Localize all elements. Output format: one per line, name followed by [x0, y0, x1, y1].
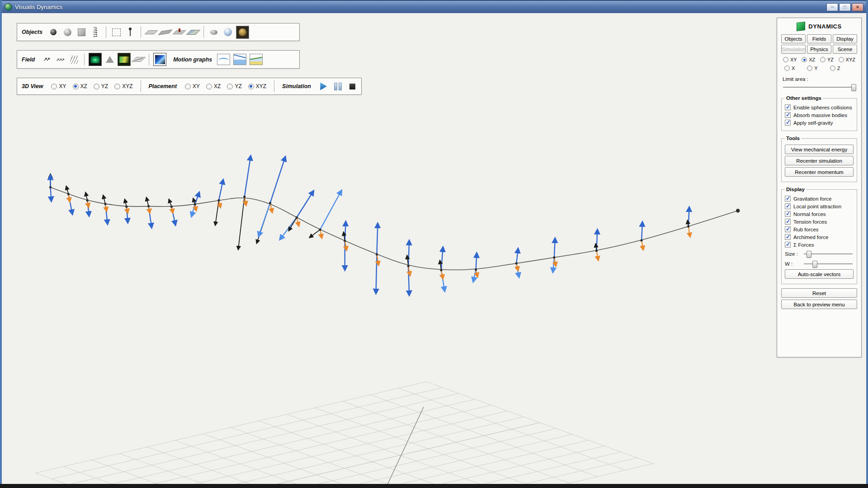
- w-slider[interactable]: [803, 260, 854, 267]
- graph-line-icon[interactable]: [217, 54, 230, 65]
- checkbox-local-point-attraction[interactable]: Local point attraction: [785, 203, 854, 209]
- 3d-view-label: 3D View: [22, 83, 43, 89]
- view-radio-xz[interactable]: XZ: [73, 83, 87, 89]
- auto-scale-vectors-button[interactable]: Auto-scale vectors: [785, 269, 854, 279]
- view-toolbar: 3D View XYXZYZXYZ Placement XYXZYZXYZ Si…: [17, 78, 362, 95]
- radio-label: Z: [837, 66, 840, 71]
- stop-button[interactable]: [348, 80, 357, 92]
- checkbox-tension-forces[interactable]: Tension forces: [785, 219, 854, 225]
- tab-physics[interactable]: Physics: [807, 45, 831, 54]
- tab-fields[interactable]: Fields: [807, 34, 831, 43]
- radio-icon: [802, 57, 807, 62]
- slider-thumb[interactable]: [851, 84, 856, 91]
- cone-icon[interactable]: [104, 53, 116, 66]
- checkbox-rub-forces[interactable]: Rub forces: [785, 226, 854, 232]
- placement-radio-yz[interactable]: YZ: [227, 83, 241, 89]
- window-controls: ─ □ ✕: [826, 3, 863, 11]
- checkbox-label: Archimed force: [793, 235, 828, 240]
- reset-button[interactable]: Reset: [781, 288, 857, 298]
- radio-icon: [830, 66, 835, 71]
- button-recenter-simulation[interactable]: Recenter simulation: [785, 156, 854, 165]
- plane-flat-icon[interactable]: [145, 26, 157, 38]
- button-recenter-momentum[interactable]: Recenter momentum: [785, 167, 854, 177]
- checkbox-label: Absorb massive bodies: [793, 113, 847, 118]
- checkbox--forces[interactable]: Σ Forces: [785, 242, 854, 248]
- radio-icon: [227, 84, 233, 89]
- surface-green-icon[interactable]: [89, 53, 102, 66]
- sphere-shiny-icon[interactable]: [222, 26, 234, 38]
- graph-multi-icon[interactable]: [250, 54, 263, 65]
- slider-thumb[interactable]: [812, 261, 817, 268]
- plane-radio-xyz[interactable]: XYZ: [839, 57, 855, 62]
- maximize-button[interactable]: □: [839, 3, 851, 11]
- radio-label: YZ: [827, 57, 834, 62]
- pause-button[interactable]: [334, 80, 343, 92]
- placement-radio-xy[interactable]: XY: [185, 83, 200, 89]
- size-slider[interactable]: [803, 250, 854, 258]
- sphere-dark-icon[interactable]: [47, 26, 60, 38]
- graph-area-icon[interactable]: [233, 54, 246, 65]
- checkbox-normal-forces[interactable]: Normal forces: [785, 211, 854, 217]
- spring-icon[interactable]: [90, 26, 102, 38]
- checkbox-gravitation-force[interactable]: Gravitation force: [785, 196, 854, 202]
- view-radio-yz[interactable]: YZ: [94, 83, 108, 89]
- slider-thumb[interactable]: [807, 251, 811, 258]
- tab-scene[interactable]: Scene: [833, 45, 857, 54]
- 3d-viewport[interactable]: [2, 0, 866, 486]
- sphere-gray-icon[interactable]: [61, 26, 74, 38]
- axis-radio-x[interactable]: X: [784, 66, 795, 71]
- checkbox-icon: [785, 196, 791, 202]
- play-button[interactable]: [319, 80, 328, 92]
- arrows-sparse-icon[interactable]: [40, 53, 52, 66]
- tab-display[interactable]: Display: [833, 34, 857, 43]
- checkbox-archimed-force[interactable]: Archimed force: [785, 234, 854, 240]
- titlebar[interactable]: Visualis Dynamics ─ □ ✕: [2, 0, 866, 13]
- arrows-dense-icon[interactable]: [54, 53, 66, 66]
- close-button[interactable]: ✕: [852, 3, 863, 11]
- view-radio-xyz[interactable]: XYZ: [114, 83, 132, 89]
- plane-image-icon[interactable]: [187, 26, 199, 38]
- surface-colored-icon[interactable]: [118, 53, 131, 66]
- wire-cube-icon[interactable]: [110, 26, 123, 38]
- plane-line-icon[interactable]: [132, 53, 145, 66]
- slider-track[interactable]: [804, 263, 853, 265]
- tab-simulation[interactable]: Simulation: [781, 45, 806, 54]
- slider-track[interactable]: [783, 87, 855, 88]
- stop-icon: [349, 84, 355, 89]
- minimize-button[interactable]: ─: [826, 3, 838, 11]
- radio-label: XYZ: [256, 83, 266, 89]
- panel-header: DYNAMICS: [781, 22, 857, 31]
- radio-icon: [51, 84, 57, 89]
- taskbar-edge: [0, 484, 868, 488]
- view-radio-xy[interactable]: XY: [51, 83, 66, 89]
- checkbox-enable-spheres-collisions[interactable]: Enable spheres collisions: [785, 104, 854, 110]
- radio-label: XZ: [809, 57, 815, 62]
- axis-radio-z[interactable]: Z: [830, 66, 840, 71]
- plane-radio-yz[interactable]: YZ: [820, 57, 834, 62]
- plane-tilted-icon[interactable]: [159, 26, 171, 38]
- placement-radio-xz[interactable]: XZ: [206, 83, 221, 89]
- pin-icon[interactable]: [124, 26, 137, 38]
- blob-icon[interactable]: [208, 26, 220, 38]
- plane-marked-icon[interactable]: [173, 26, 185, 38]
- lines-diag-icon[interactable]: [68, 53, 80, 66]
- limit-area-slider[interactable]: [782, 84, 856, 91]
- plane-radio-xy[interactable]: XY: [783, 57, 797, 62]
- checkbox-absorb-massive-bodies[interactable]: Absorb massive bodies: [785, 112, 854, 118]
- cube-icon[interactable]: [75, 26, 88, 38]
- toolbar-separator: [141, 80, 141, 92]
- tab-objects[interactable]: Objects: [781, 34, 806, 43]
- axis-radio-y[interactable]: Y: [807, 66, 817, 71]
- plane-radio-xz[interactable]: XZ: [802, 57, 815, 62]
- settings-panel: DYNAMICS ObjectsFieldsDisplay Simulation…: [777, 18, 862, 357]
- checkbox-icon: [785, 219, 791, 225]
- objects-toolbar-label: Objects: [22, 29, 42, 35]
- plane-radio-group: XYXZYZXYZ: [781, 57, 857, 62]
- checkbox-apply-self-gravity[interactable]: Apply self-gravity: [785, 120, 854, 126]
- button-view-mechanical-energy[interactable]: View mechanical energy: [785, 145, 854, 154]
- placement-radio-xyz[interactable]: XYZ: [248, 83, 266, 89]
- sphere-gold-icon[interactable]: [236, 26, 249, 39]
- back-to-preview-menu-button[interactable]: Back to preview menu: [781, 300, 857, 309]
- checkbox-label: Enable spheres collisions: [793, 105, 852, 110]
- texture-blue-icon[interactable]: [153, 53, 166, 66]
